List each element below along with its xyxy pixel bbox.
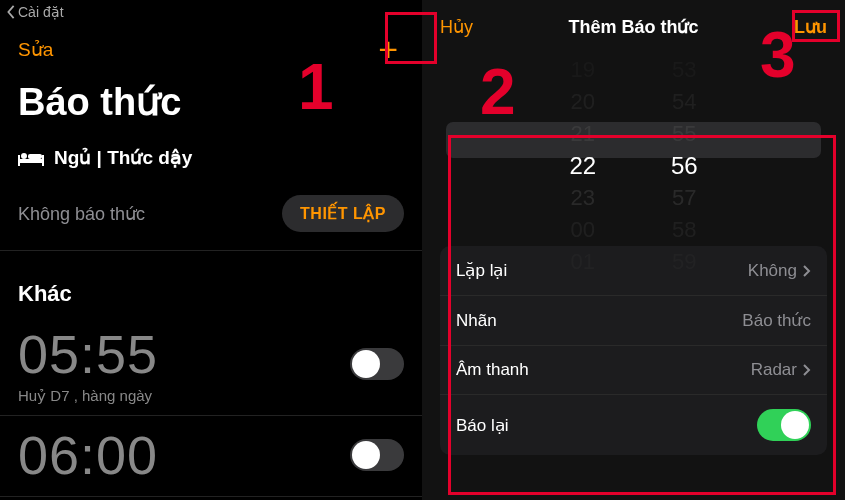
svg-rect-0 bbox=[18, 159, 44, 163]
repeat-row[interactable]: Lặp lại Không bbox=[440, 246, 827, 296]
svg-rect-4 bbox=[28, 154, 42, 159]
svg-point-3 bbox=[21, 153, 27, 159]
label-label: Nhãn bbox=[456, 311, 497, 331]
alarm-time: 06:00 bbox=[18, 424, 158, 486]
add-alarm-button[interactable]: + bbox=[372, 32, 404, 66]
sound-label: Âm thanh bbox=[456, 360, 529, 380]
sound-value: Radar bbox=[751, 360, 797, 380]
alarm-subtitle: Huỷ D7 , hàng ngày bbox=[18, 387, 158, 405]
hour-column[interactable]: 19 20 21 22 23 00 01 bbox=[569, 54, 596, 278]
cancel-button[interactable]: Hủy bbox=[440, 16, 473, 38]
sleep-wake-section: Ngủ | Thức dậy bbox=[0, 134, 422, 181]
no-alarm-text: Không báo thức bbox=[18, 203, 145, 225]
repeat-value: Không bbox=[748, 261, 797, 281]
sound-row[interactable]: Âm thanh Radar bbox=[440, 346, 827, 395]
add-alarm-screen: Hủy Thêm Báo thức Lưu 19 20 21 22 23 00 … bbox=[422, 0, 845, 500]
sleep-wake-label: Ngủ | Thức dậy bbox=[54, 146, 192, 169]
save-button[interactable]: Lưu bbox=[794, 16, 827, 38]
time-picker[interactable]: 19 20 21 22 23 00 01 53 54 55 56 57 58 5… bbox=[422, 54, 845, 234]
label-value: Báo thức bbox=[742, 310, 811, 331]
alarm-row[interactable]: 05:55 Huỷ D7 , hàng ngày bbox=[0, 315, 422, 416]
repeat-label: Lặp lại bbox=[456, 260, 507, 281]
chevron-left-icon bbox=[6, 5, 16, 19]
alarm-settings-list: Lặp lại Không Nhãn Báo thức Âm thanh Rad… bbox=[440, 246, 827, 455]
edit-button[interactable]: Sửa bbox=[18, 38, 53, 61]
alarm-toggle[interactable] bbox=[350, 439, 404, 471]
minute-column[interactable]: 53 54 55 56 57 58 59 bbox=[671, 54, 698, 278]
alarm-toggle[interactable] bbox=[350, 348, 404, 380]
svg-rect-1 bbox=[18, 155, 20, 166]
bed-icon bbox=[18, 149, 44, 167]
svg-rect-2 bbox=[42, 155, 44, 166]
back-label: Cài đặt bbox=[18, 4, 64, 20]
snooze-toggle[interactable] bbox=[757, 409, 811, 441]
snooze-row: Báo lại bbox=[440, 395, 827, 455]
page-title: Báo thức bbox=[0, 66, 422, 134]
back-link[interactable]: Cài đặt bbox=[0, 0, 422, 24]
chevron-right-icon bbox=[803, 265, 811, 277]
alarm-row[interactable]: 06:00 bbox=[0, 416, 422, 497]
modal-title: Thêm Báo thức bbox=[568, 16, 698, 38]
other-section-header: Khác bbox=[0, 251, 422, 315]
label-row[interactable]: Nhãn Báo thức bbox=[440, 296, 827, 346]
alarm-time: 05:55 bbox=[18, 323, 158, 385]
setup-button[interactable]: THIẾT LẬP bbox=[282, 195, 404, 232]
snooze-label: Báo lại bbox=[456, 415, 509, 436]
chevron-right-icon bbox=[803, 364, 811, 376]
alarm-list-screen: Cài đặt Sửa + Báo thức Ngủ | Thức dậy Kh… bbox=[0, 0, 422, 500]
picker-selection-bar bbox=[446, 122, 821, 158]
